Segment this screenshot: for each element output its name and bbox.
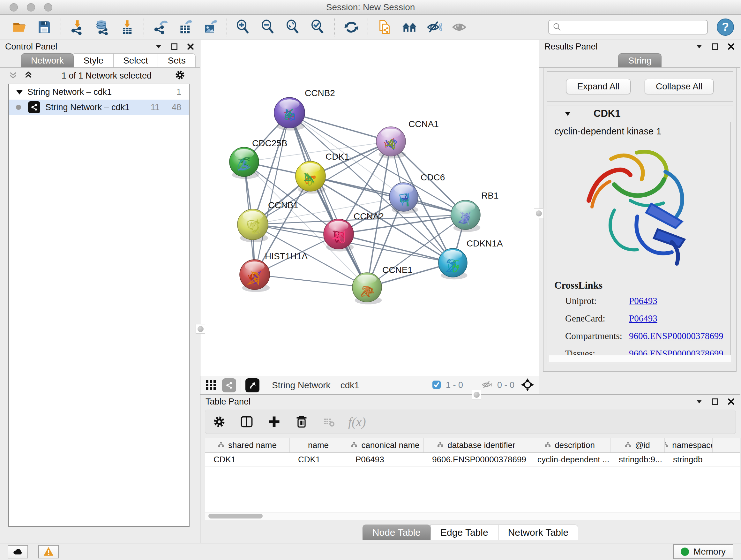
vertical-splitter-handle-left[interactable] <box>196 324 205 334</box>
network-edge-CCNA2-CDKN1A[interactable] <box>339 234 453 263</box>
crosslink-row: Uniprot:P06493 <box>565 296 725 306</box>
table-cell[interactable]: cyclin-dependent ... <box>529 453 610 466</box>
warning-status-button[interactable] <box>38 545 59 558</box>
panel-close-button[interactable] <box>727 43 735 51</box>
export-image-button[interactable] <box>198 17 223 38</box>
table-cell[interactable]: P06493 <box>347 453 424 466</box>
network-node-CDKN1A[interactable]: CDKN1A <box>439 239 503 279</box>
crosslink-value-link[interactable]: 9606.ENSP00000378699 <box>629 348 724 355</box>
grid-view-button[interactable] <box>205 378 218 392</box>
panel-close-button[interactable] <box>727 397 735 406</box>
column-header-database-identifier[interactable]: database identifier <box>424 438 529 452</box>
collapse-all-button[interactable]: Collapse All <box>645 79 714 94</box>
zoom-selected-button[interactable] <box>306 17 331 38</box>
table-options-gear-icon[interactable] <box>211 414 227 430</box>
home-button[interactable] <box>397 17 422 38</box>
network-overview-button[interactable] <box>222 378 236 392</box>
import-network-database-button[interactable] <box>90 17 115 38</box>
panel-float-button[interactable] <box>171 43 179 51</box>
network-node-CCNA1[interactable]: CCNA1 <box>376 119 439 159</box>
hide-selected-button[interactable] <box>422 17 447 38</box>
zoom-fit-button[interactable] <box>281 17 306 38</box>
collection-expand-triangle[interactable] <box>16 90 23 95</box>
cloud-status-button[interactable] <box>8 545 28 558</box>
open-external-button[interactable] <box>246 378 259 392</box>
tab-edge-table[interactable]: Edge Table <box>430 524 498 540</box>
tab-network[interactable]: Network <box>21 53 74 67</box>
table-cell[interactable]: 9606.ENSP00000378699 <box>424 453 529 466</box>
network-edge-CCNB2-HIST1H1A[interactable] <box>255 113 289 274</box>
network-node-CCNB1[interactable]: CCNB1 <box>238 200 298 242</box>
tab-style[interactable]: Style <box>74 53 113 67</box>
table-cell[interactable]: stringdb <box>665 453 713 466</box>
network-canvas[interactable]: CCNB2CCNA1CDC25BCDK1CDC6RB1CCNB1CCNA2CDK… <box>200 40 539 374</box>
tab-network-table[interactable]: Network Table <box>498 524 579 540</box>
open-session-button[interactable] <box>7 17 32 38</box>
panel-float-button[interactable] <box>711 43 719 51</box>
help-button[interactable]: ? <box>717 18 734 36</box>
panel-collapse-button[interactable] <box>154 43 163 51</box>
minimize-window-button[interactable] <box>27 3 35 11</box>
network-options-gear-icon[interactable] <box>174 69 186 82</box>
column-header-name[interactable]: name <box>290 438 347 452</box>
column-header-description[interactable]: description <box>529 438 610 452</box>
network-node-RB1[interactable]: RB1 <box>451 191 498 232</box>
panel-float-button[interactable] <box>711 397 719 406</box>
delete-table-button-disabled <box>321 414 337 430</box>
crosslink-value-link[interactable]: P06493 <box>629 296 657 306</box>
crosshair-button[interactable] <box>521 378 534 393</box>
zoom-out-button[interactable] <box>256 17 281 38</box>
tab-node-table[interactable]: Node Table <box>362 524 430 540</box>
delete-column-button[interactable] <box>293 414 310 430</box>
results-panel-title: Results Panel <box>544 42 598 52</box>
hidden-eye-icon[interactable] <box>481 379 493 392</box>
network-edge-HIST1H1A-CCNE1[interactable] <box>255 274 367 287</box>
apply-layout-button[interactable] <box>339 17 364 38</box>
entry-collapse-triangle[interactable] <box>563 110 572 118</box>
expand-all-button[interactable]: Expand All <box>566 79 630 94</box>
entry-horizontal-scrollbar[interactable] <box>549 355 731 362</box>
expand-all-networks-button[interactable] <box>23 70 33 81</box>
crosslink-value-link[interactable]: 9606.ENSP00000378699 <box>629 331 724 341</box>
collapse-all-networks-button[interactable] <box>8 70 18 81</box>
panel-collapse-button[interactable] <box>695 397 703 406</box>
panel-collapse-button[interactable] <box>695 43 703 51</box>
vertical-splitter-handle-right[interactable] <box>534 208 543 218</box>
search-input[interactable] <box>548 20 708 35</box>
network-row[interactable]: String Network – cdk1 11 48 <box>9 100 189 115</box>
table-cell[interactable]: CDK1 <box>205 453 290 466</box>
network-collection-row[interactable]: String Network – cdk1 1 <box>9 84 189 100</box>
close-window-button[interactable] <box>10 3 18 11</box>
network-node-CCNE1[interactable]: CCNE1 <box>352 265 413 304</box>
show-all-button[interactable] <box>447 17 472 38</box>
create-column-button[interactable] <box>266 414 282 430</box>
crosslink-value-link[interactable]: P06493 <box>629 313 657 324</box>
zoom-in-button[interactable] <box>231 17 256 38</box>
table-cell[interactable]: CDK1 <box>290 453 347 466</box>
column-header-shared-name[interactable]: shared name <box>205 438 290 452</box>
column-header--id[interactable]: @id <box>610 438 665 452</box>
panel-close-button[interactable] <box>186 43 195 51</box>
save-session-button[interactable] <box>32 17 57 38</box>
tab-sets[interactable]: Sets <box>158 53 196 67</box>
copy-network-button[interactable] <box>372 17 397 38</box>
memory-button[interactable]: Memory <box>673 544 733 559</box>
table-row[interactable]: CDK1CDK1P064939606.ENSP00000378699cyclin… <box>205 453 740 467</box>
table-cell[interactable]: stringdb:9... <box>610 453 665 466</box>
table-horizontal-scrollbar[interactable] <box>205 512 740 520</box>
export-network-button[interactable] <box>148 17 173 38</box>
maximize-window-button[interactable] <box>44 3 52 11</box>
show-columns-button[interactable] <box>239 414 255 430</box>
tab-select[interactable]: Select <box>113 53 158 67</box>
network-node-HIST1H1A[interactable]: HIST1H1A <box>240 251 308 292</box>
network-node-CDK1[interactable]: CDK1 <box>295 152 349 194</box>
column-header-canonical-name[interactable]: canonical name <box>347 438 424 452</box>
import-table-file-button[interactable] <box>115 17 140 38</box>
horizontal-splitter-handle[interactable] <box>472 390 481 399</box>
scrollbar-thumb[interactable] <box>208 514 263 518</box>
tab-string[interactable]: String <box>618 53 661 67</box>
export-table-button[interactable] <box>173 17 198 38</box>
column-header-namespace[interactable]: namespace <box>665 438 713 452</box>
import-network-file-button[interactable] <box>65 17 90 38</box>
selected-checkbox[interactable] <box>432 380 441 391</box>
